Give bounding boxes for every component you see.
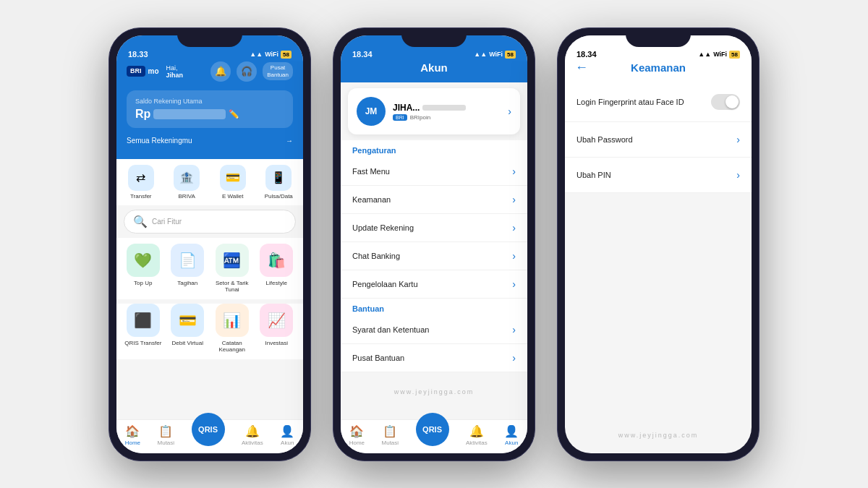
watermark-2: www.jeyjingga.com [341,388,527,395]
search-placeholder: Cari Fitur [152,218,182,226]
qa-briva[interactable]: 🏦 BRIVA [166,165,209,200]
phone-screen-2: 18.34 ▲▲ WiFi 58 Akun JM JIHA... [341,35,527,453]
time-1: 18.33 [128,50,148,59]
avatar: JM [357,97,386,126]
time-2: 18.34 [352,50,373,59]
pusat-bantuan-btn[interactable]: PusatBantuan [263,62,293,80]
profile-card[interactable]: JM JIHA... BRI BRIpoin › [348,88,520,134]
menu-chat-banking[interactable]: Chat Banking › [341,242,527,270]
profile-info: JIHA... BRI BRIpoin [393,102,466,121]
feature-setor[interactable]: 🏧 Setor & Tarik Tunai [213,244,252,294]
bottom-nav-2: 🏠 Home 📋 Mutasi QRIS 🔔 Aktivitas 👤 Akun [341,419,527,453]
phone-notch-1 [177,28,242,47]
balance-section: Saldo Rekening Utama Rp ✏️ [127,90,293,128]
bri-mo: mo [148,67,159,75]
nav-akun-1[interactable]: 👤 Akun [280,424,294,446]
profile-left: JM JIHA... BRI BRIpoin [357,97,466,126]
phone-1: 18.33 ▲▲ WiFi 58 BRI mo Hai, Jihan � [109,27,311,461]
feature-debit[interactable]: 💳 Debit Virtual [169,304,208,354]
nav-home-1[interactable]: 🏠 Home [125,424,140,446]
phone-3: 18.34 ▲▲ WiFi 58 ← Keamanan Login Finger… [557,27,760,461]
feature-tagihan[interactable]: 📄 Tagihan [169,244,208,294]
feature-grid-2: ⬛ QRIS Transfer 💳 Debit Virtual 📊 Catata… [116,304,303,359]
feature-topup[interactable]: 💚 Top Up [124,244,163,294]
phone2-header: Akun [341,61,527,82]
watermark-3: www.jeyjingga.com [565,432,752,439]
menu-pusat-bantuan[interactable]: Pusat Bantuan › [341,344,527,372]
phone3-header: ← Keamanan [565,61,752,82]
phone1-header: BRI mo Hai, Jihan 🔔 🎧 PusatBantuan Saldo… [116,61,303,159]
balance-label: Saldo Rekening Utama [135,98,284,105]
battery-3: 58 [729,51,740,59]
search-bar[interactable]: 🔍 Cari Fitur [124,210,296,234]
menu-pengelolaan-kartu[interactable]: Pengelolaan Kartu › [341,270,527,299]
security-fingerprint: Login Fingerprint atau Face ID [565,82,752,122]
battery-1: 58 [281,51,292,59]
nav-home-2[interactable]: 🏠 Home [349,424,365,446]
battery-2: 58 [505,51,516,59]
phone-screen-1: 18.33 ▲▲ WiFi 58 BRI mo Hai, Jihan � [116,35,303,453]
nav-aktivitas-2[interactable]: 🔔 Aktivitas [466,424,488,446]
status-right-3: ▲▲ WiFi 58 [698,51,740,59]
profile-name: JIHA... [393,102,466,113]
content-scroll-3: Login Fingerprint atau Face ID Ubah Pass… [565,82,752,453]
back-button[interactable]: ← [575,60,588,75]
qris-fab-2[interactable]: QRIS [416,413,449,446]
balance-amount: Rp ✏️ [135,108,284,121]
phone-screen-3: 18.34 ▲▲ WiFi 58 ← Keamanan Login Finger… [565,35,752,453]
content-scroll-2: JM JIHA... BRI BRIpoin › Pengat [341,82,527,419]
pengaturan-title: Pengaturan [341,140,527,158]
feature-catatan[interactable]: 📊 Catatan Keuangan [213,304,252,354]
search-icon: 🔍 [133,215,148,228]
phone-2: 18.34 ▲▲ WiFi 58 Akun JM JIHA... [333,27,535,461]
top-row: BRI mo Hai, Jihan 🔔 🎧 PusatBantuan [127,61,293,82]
toggle-knob [726,95,739,108]
header-icons: 🔔 🎧 PusatBantuan [210,61,293,82]
bri-logo: BRI mo Hai, Jihan [127,64,183,79]
time-3: 18.34 [576,50,597,59]
status-right-2: ▲▲ WiFi 58 [474,51,516,59]
bri-badge: BRI [393,114,407,121]
nav-aktivitas-1[interactable]: 🔔 Aktivitas [242,424,263,446]
phone-notch-3 [626,28,691,47]
qris-fab-1[interactable]: QRIS [192,413,225,446]
menu-keamanan[interactable]: Keamanan › [341,186,527,214]
profile-sub: BRI BRIpoin [393,114,466,121]
security-pin[interactable]: Ubah PIN › [565,158,752,193]
bell-icon[interactable]: 🔔 [210,61,231,82]
feature-investasi[interactable]: 📈 Investasi [258,304,297,354]
feature-grid-1: 💚 Top Up 📄 Tagihan 🏧 Setor & Tarik Tunai… [116,238,303,299]
phone-notch-2 [401,28,467,47]
feature-lifestyle[interactable]: 🛍️ Lifestyle [258,244,297,294]
nav-mutasi-2[interactable]: 📋 Mutasi [382,424,399,446]
phone2-title: Akun [420,61,448,74]
balance-blur [153,109,226,119]
headset-icon[interactable]: 🎧 [237,61,257,82]
qa-transfer[interactable]: ⇄ Transfer [119,165,163,200]
nav-mutasi-1[interactable]: 📋 Mutasi [158,424,175,446]
qa-pulsa[interactable]: 📱 Pulsa/Data [258,165,301,200]
menu-syarat[interactable]: Syarat dan Ketentuan › [341,316,527,344]
bantuan-title: Bantuan [341,299,527,316]
quick-actions: ⇄ Transfer 🏦 BRIVA 💳 E Wallet 📱 Pulsa/Da… [116,159,303,205]
menu-update-rekening[interactable]: Update Rekening › [341,214,527,242]
security-password[interactable]: Ubah Password › [565,122,752,158]
profile-chevron: › [508,106,511,117]
bri-logo-box: BRI [127,66,145,77]
feature-qris[interactable]: ⬛ QRIS Transfer [124,304,163,354]
status-right-1: ▲▲ WiFi 58 [250,51,292,59]
fingerprint-toggle[interactable] [711,94,740,110]
phone3-title: Keamanan [631,61,686,74]
semua-rekening[interactable]: Semua Rekeningmu → [127,134,293,147]
qa-ewallet[interactable]: 💳 E Wallet [211,165,255,200]
nav-akun-2[interactable]: 👤 Akun [504,424,519,446]
greeting: Hai, Jihan [166,64,184,79]
menu-fast-menu[interactable]: Fast Menu › [341,158,527,186]
bottom-nav-1: 🏠 Home 📋 Mutasi QRIS 🔔 Aktivitas 👤 Akun [116,419,303,453]
